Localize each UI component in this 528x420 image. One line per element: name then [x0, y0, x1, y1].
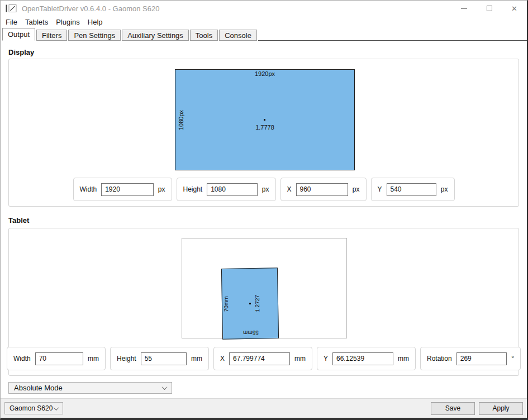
- display-y-input-label: Y: [378, 185, 382, 193]
- display-height-unit: px: [262, 185, 269, 193]
- tablet-area-rect[interactable]: 70mm 55mm 1.2727: [221, 268, 279, 340]
- tablet-selector-value: Gaomon S620: [9, 404, 53, 412]
- tablet-width-input[interactable]: [35, 352, 83, 365]
- output-mode-dropdown[interactable]: Absolute Mode: [8, 382, 172, 394]
- display-y-input[interactable]: [387, 183, 436, 196]
- tab-filters[interactable]: Filters: [36, 30, 67, 41]
- tablet-height-unit: mm: [191, 355, 202, 362]
- tablet-rotation-input[interactable]: [456, 352, 507, 365]
- menu-file[interactable]: File: [2, 17, 21, 27]
- tablet-width-input-label: Width: [13, 355, 31, 362]
- display-groupbox: 1920px 1080px 1.7778 Width px Height px …: [8, 59, 519, 207]
- apply-button[interactable]: Apply: [479, 402, 523, 415]
- tablet-x-input-label: X: [220, 355, 225, 362]
- display-height-input-label: Height: [183, 185, 203, 193]
- display-width-group: Width px: [73, 178, 172, 201]
- tablet-section-title: Tablet: [8, 216, 527, 225]
- tablet-y-input-label: Y: [324, 355, 328, 362]
- tablet-y-input[interactable]: [332, 352, 393, 365]
- display-aspect-ratio: 1.7778: [255, 124, 274, 131]
- maximize-icon: [487, 6, 492, 11]
- title-bar: OpenTabletDriver v0.6.4.0 - Gaomon S620 …: [1, 1, 527, 16]
- tablet-center-dot: [249, 303, 250, 304]
- tablet-rotation-group: Rotation °: [420, 347, 521, 370]
- display-x-group: X px: [280, 178, 367, 201]
- save-button[interactable]: Save: [431, 402, 475, 415]
- tab-output[interactable]: Output: [2, 28, 35, 41]
- display-width-input-label: Width: [80, 185, 97, 193]
- output-tab-content: Display 1920px 1080px 1.7778 Width px He…: [1, 41, 527, 398]
- display-height-label: 1080px: [178, 109, 184, 130]
- minimize-icon: [461, 8, 467, 9]
- tablet-rotation-input-label: Rotation: [427, 355, 452, 362]
- display-area-rect[interactable]: 1920px 1080px 1.7778: [175, 69, 355, 170]
- menu-plugins[interactable]: Plugins: [52, 17, 84, 27]
- close-button[interactable]: ✕: [502, 1, 527, 16]
- display-y-group: Y px: [371, 178, 455, 201]
- chevron-down-icon: [54, 405, 59, 411]
- tablet-height-group: Height mm: [110, 347, 209, 370]
- close-icon: ✕: [511, 5, 517, 12]
- display-param-row: Width px Height px X px Y px: [9, 178, 519, 201]
- chevron-down-icon: [162, 384, 168, 390]
- tablet-groupbox: 70mm 55mm 1.2727 Width mm Height mm X: [8, 228, 519, 376]
- tablet-height-label: 55mm: [242, 330, 258, 336]
- tablet-width-unit: mm: [88, 355, 99, 362]
- tab-console[interactable]: Console: [219, 30, 257, 41]
- display-width-unit: px: [158, 185, 165, 193]
- tablet-param-row: Width mm Height mm X mm Y mm: [9, 347, 519, 370]
- tablet-x-unit: mm: [294, 355, 306, 362]
- tablet-width-label: 70mm: [222, 269, 230, 339]
- tablet-rotation-unit: °: [511, 355, 514, 362]
- tab-bar: Output Filters Pen Settings Auxiliary Se…: [1, 28, 527, 41]
- menu-tablets[interactable]: Tablets: [21, 17, 52, 27]
- tab-tools[interactable]: Tools: [190, 30, 218, 41]
- tablet-height-input[interactable]: [141, 352, 187, 365]
- tab-pen-settings[interactable]: Pen Settings: [68, 30, 121, 41]
- display-x-unit: px: [353, 185, 360, 193]
- tablet-selector-dropdown[interactable]: Gaomon S620: [4, 402, 63, 414]
- output-mode-selected: Absolute Mode: [14, 384, 63, 392]
- menu-bar: File Tablets Plugins Help: [1, 16, 527, 28]
- window-title: OpenTabletDriver v0.6.4.0 - Gaomon S620: [22, 4, 159, 13]
- tablet-height-input-label: Height: [117, 355, 136, 362]
- minimize-button[interactable]: [451, 1, 477, 16]
- menu-help[interactable]: Help: [84, 17, 107, 27]
- tab-auxiliary-settings[interactable]: Auxiliary Settings: [122, 30, 189, 41]
- tablet-width-group: Width mm: [7, 347, 106, 370]
- display-center-dot: [264, 119, 265, 121]
- tablet-y-unit: mm: [398, 355, 409, 362]
- maximize-button[interactable]: [477, 1, 502, 16]
- display-section-title: Display: [8, 48, 527, 56]
- tablet-y-group: Y mm: [317, 347, 416, 370]
- display-height-input[interactable]: [207, 183, 258, 196]
- tablet-x-input[interactable]: [229, 352, 290, 365]
- display-width-input[interactable]: [101, 183, 154, 196]
- tablet-x-group: X mm: [213, 347, 312, 370]
- display-y-unit: px: [441, 185, 448, 193]
- app-window: OpenTabletDriver v0.6.4.0 - Gaomon S620 …: [0, 0, 528, 420]
- display-width-label: 1920px: [175, 70, 354, 77]
- tablet-aspect-ratio: 1.2727: [254, 295, 260, 312]
- display-x-input-label: X: [287, 185, 292, 193]
- display-x-input[interactable]: [296, 183, 348, 196]
- display-height-group: Height px: [177, 178, 276, 201]
- status-bar: Gaomon S620 Save Apply: [1, 398, 527, 418]
- app-icon: [6, 4, 17, 12]
